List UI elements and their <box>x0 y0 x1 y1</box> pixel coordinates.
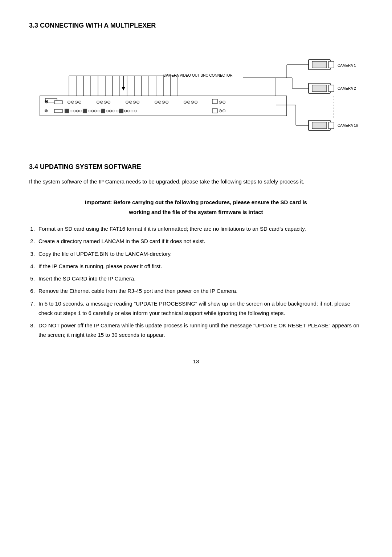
svg-rect-40 <box>312 61 327 68</box>
svg-text:⊙⊙⊙⊙: ⊙⊙⊙⊙ <box>183 100 198 105</box>
svg-text:⊙⊙⊙⊙: ⊙⊙⊙⊙ <box>154 100 169 105</box>
camera1-label: CAMERA 1 <box>338 64 356 68</box>
step-1: Format an SD card using the FAT16 format… <box>36 224 363 234</box>
svg-rect-41 <box>328 61 334 68</box>
svg-rect-54 <box>328 122 334 129</box>
step-3: Copy the file of UPDATE.BIN to the LANCA… <box>36 249 363 259</box>
svg-text:⊕: ⊕ <box>44 98 49 104</box>
page-number: 13 <box>29 358 363 364</box>
svg-text:⊙⊙⊙⊙: ⊙⊙⊙⊙ <box>96 100 111 105</box>
important-line1: Important: Before carrying out the follo… <box>29 197 363 207</box>
step-5: Insert the SD CARD into the IP Camera. <box>36 274 363 283</box>
svg-text:·: · <box>52 100 53 104</box>
important-line2: working and the file of the system firmw… <box>29 207 363 217</box>
svg-rect-47 <box>328 85 334 92</box>
camera2-label: CAMERA 2 <box>338 86 356 90</box>
svg-text:⊙⊙: ⊙⊙ <box>219 100 226 105</box>
svg-text:⬛⊙⊙⊙⊙⬛⊙⊙⊙⊙⬛⊙⊙⊙⊙⬛⊙⊙⊙⊙: ⬛⊙⊙⊙⊙⬛⊙⊙⊙⊙⬛⊙⊙⊙⊙⬛⊙⊙⊙⊙ <box>64 108 137 113</box>
step-4: If the IP Camera is running, please powe… <box>36 262 363 271</box>
intro-text: If the system software of the IP Camera … <box>29 177 363 186</box>
camera16-label: CAMERA 16 <box>338 124 358 128</box>
section-34-title: 3.4 UPDATING SYSTEM SOFTWARE <box>29 163 363 171</box>
step-7: In 5 to 10 seconds, a message reading "U… <box>36 299 363 318</box>
svg-text:⊙⊙: ⊙⊙ <box>219 108 226 113</box>
steps-list: Format an SD card using the FAT16 format… <box>36 224 363 340</box>
step-2: Create a directory named LANCAM in the S… <box>36 237 363 246</box>
svg-text:⊙⊙⊙⊙: ⊙⊙⊙⊙ <box>67 100 82 105</box>
svg-rect-10 <box>212 99 217 104</box>
section-34: 3.4 UPDATING SYSTEM SOFTWARE If the syst… <box>29 163 363 340</box>
camera-video-label: CAMERA VIDEO OUT BNC CONNECTOR <box>163 73 233 77</box>
svg-text:·: · <box>52 109 53 113</box>
svg-rect-4 <box>54 101 62 104</box>
multiplexer-diagram: ⊕ · ⊙⊙⊙⊙ ⊙⊙⊙⊙ ⊙⊙⊙⊙ ⊙⊙⊙⊙ ⊙⊙⊙⊙ ⊙⊙ ⊗ · ⬛⊙⊙⊙… <box>29 36 363 149</box>
important-block: Important: Before carrying out the follo… <box>29 197 363 217</box>
svg-rect-16 <box>212 109 217 113</box>
svg-rect-46 <box>312 85 327 92</box>
svg-marker-36 <box>122 87 125 90</box>
svg-rect-14 <box>54 109 62 113</box>
svg-text:⊙⊙⊙⊙: ⊙⊙⊙⊙ <box>125 100 140 105</box>
section-33-title: 3.3 CONNECTING WITH A MULTIPLEXER <box>29 22 363 29</box>
section-33: 3.3 CONNECTING WITH A MULTIPLEXER ⊕ · ⊙⊙… <box>29 22 363 149</box>
svg-rect-53 <box>312 122 327 129</box>
step-8: DO NOT power off the IP Camera while thi… <box>36 321 363 340</box>
diagram-svg: ⊕ · ⊙⊙⊙⊙ ⊙⊙⊙⊙ ⊙⊙⊙⊙ ⊙⊙⊙⊙ ⊙⊙⊙⊙ ⊙⊙ ⊗ · ⬛⊙⊙⊙… <box>29 36 363 149</box>
step-6: Remove the Ethernet cable from the RJ-45… <box>36 286 363 296</box>
svg-text:⊗: ⊗ <box>44 108 48 113</box>
